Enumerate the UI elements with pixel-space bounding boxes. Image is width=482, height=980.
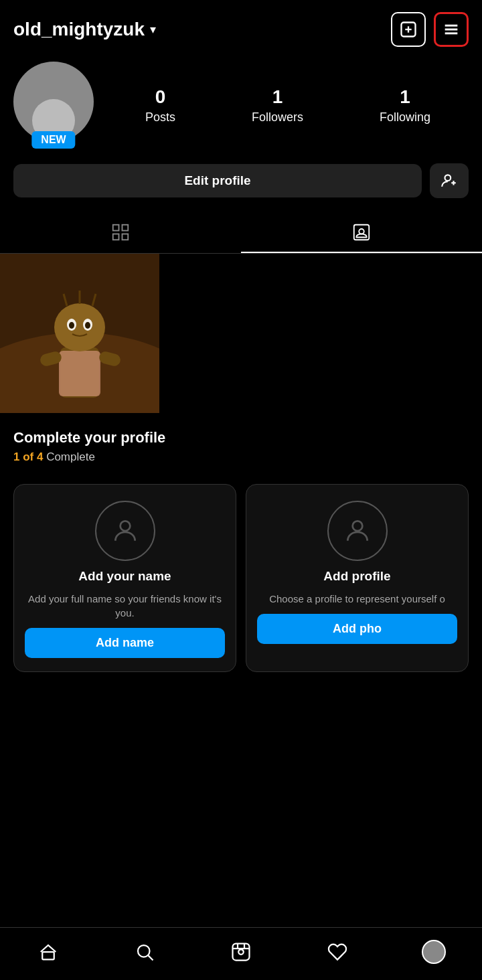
complete-profile-subtitle: 1 of 4 Complete: [13, 451, 469, 464]
menu-button[interactable]: [434, 12, 469, 47]
heart-icon: [327, 942, 347, 962]
svg-point-26: [85, 322, 90, 329]
svg-point-30: [120, 521, 130, 531]
svg-point-14: [359, 229, 364, 234]
tabs-row: [0, 212, 482, 254]
svg-rect-11: [113, 234, 119, 240]
followers-stat[interactable]: 1 Followers: [252, 86, 303, 125]
svg-rect-12: [123, 234, 129, 240]
search-icon: [135, 942, 155, 962]
svg-point-36: [238, 949, 244, 955]
card-photo-icon-circle: [327, 501, 388, 561]
add-photo-card: Add profile Choose a profile to represen…: [246, 484, 469, 672]
bottom-nav: [0, 927, 482, 980]
tab-tagged[interactable]: [241, 212, 482, 253]
nav-reels[interactable]: [221, 937, 261, 967]
tagged-content-row: [0, 254, 482, 413]
header-right: [391, 12, 469, 47]
groot-svg: [0, 254, 159, 413]
header: old_mightyzuk ▾: [0, 0, 482, 55]
svg-point-25: [69, 322, 74, 329]
following-stat[interactable]: 1 Following: [380, 86, 430, 125]
add-name-card: Add your name Add your full name so your…: [13, 484, 236, 672]
avatar-container: NEW: [13, 62, 94, 149]
progress-rest: Complete: [43, 451, 94, 463]
add-photo-button[interactable]: Add pho: [257, 614, 457, 644]
svg-rect-18: [59, 351, 100, 396]
edit-profile-button[interactable]: Edit profile: [13, 164, 422, 197]
posts-count: 0: [155, 86, 166, 108]
groot-image: [0, 254, 159, 413]
card-person-icon-circle: [95, 501, 155, 561]
profile-section: NEW 0 Posts 1 Followers 1 Following: [0, 55, 482, 159]
svg-point-6: [445, 175, 451, 181]
content-area: [0, 254, 482, 413]
posts-stat[interactable]: 0 Posts: [145, 86, 175, 125]
grid-icon: [110, 222, 131, 242]
svg-rect-32: [42, 952, 54, 959]
media-thumbnail[interactable]: [0, 254, 159, 413]
add-name-desc: Add your full name so your friends know …: [25, 592, 225, 620]
avatar[interactable]: [13, 62, 94, 142]
nav-home[interactable]: [28, 937, 68, 967]
nav-profile[interactable]: [414, 937, 454, 967]
add-person-button[interactable]: [430, 163, 469, 198]
following-count: 1: [400, 86, 410, 108]
add-photo-title: Add profile: [323, 569, 390, 584]
svg-rect-9: [113, 225, 119, 231]
reels-icon: [231, 942, 251, 962]
tagged-icon: [351, 222, 372, 242]
username-label[interactable]: old_mightyzuk: [13, 19, 145, 40]
tab-grid[interactable]: [0, 212, 241, 253]
svg-rect-10: [123, 225, 129, 231]
person-icon: [110, 516, 140, 546]
complete-profile-section: Complete your profile 1 of 4 Complete: [0, 413, 482, 475]
cards-row: Add your name Add your full name so your…: [0, 475, 482, 685]
new-badge[interactable]: NEW: [31, 131, 75, 149]
svg-point-33: [138, 945, 150, 957]
svg-point-31: [352, 521, 362, 531]
nav-search[interactable]: [125, 937, 165, 967]
following-label: Following: [380, 110, 430, 125]
stats-container: 0 Posts 1 Followers 1 Following: [107, 86, 469, 125]
svg-line-34: [149, 956, 153, 961]
action-row: Edit profile: [0, 159, 482, 212]
progress-highlight: 1 of 4: [13, 451, 43, 463]
nav-activity[interactable]: [317, 937, 357, 967]
header-left: old_mightyzuk ▾: [13, 19, 156, 40]
profile-photo-icon: [343, 516, 372, 546]
home-icon: [38, 942, 58, 962]
posts-label: Posts: [145, 110, 175, 125]
svg-point-22: [54, 303, 105, 351]
svg-rect-35: [233, 944, 250, 961]
followers-label: Followers: [252, 110, 303, 125]
complete-profile-title: Complete your profile: [13, 429, 469, 446]
chevron-down-icon[interactable]: ▾: [150, 22, 156, 37]
add-name-button[interactable]: Add name: [25, 628, 225, 658]
add-photo-desc: Choose a profile to represent yourself o: [269, 592, 445, 606]
nav-avatar: [422, 940, 446, 964]
add-name-title: Add your name: [78, 569, 171, 584]
followers-count: 1: [272, 86, 283, 108]
add-content-button[interactable]: [391, 12, 426, 47]
